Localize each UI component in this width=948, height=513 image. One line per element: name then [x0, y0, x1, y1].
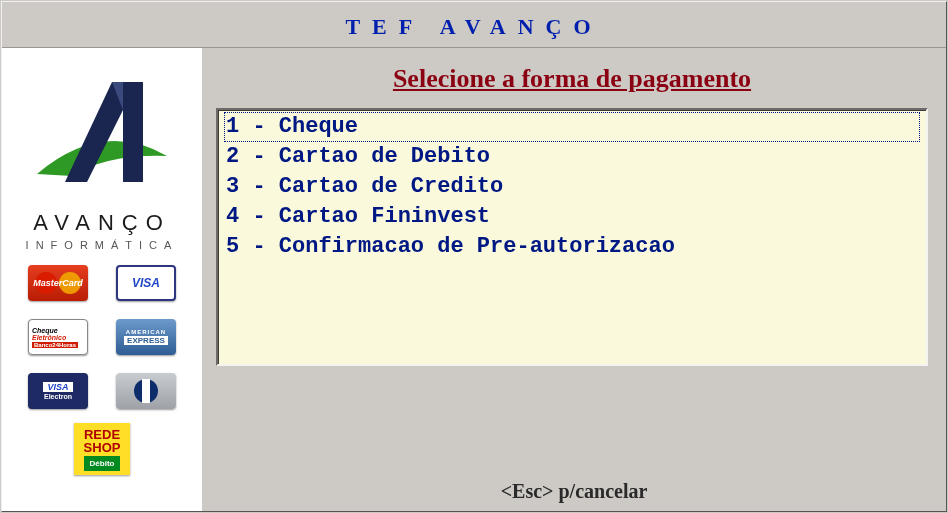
mastercard-icon: MasterCard	[28, 265, 88, 301]
cheque-eletronico-icon: Cheque Eletrônico Banco24Horas	[28, 319, 88, 355]
app-header: TEF AVANÇO	[2, 2, 946, 48]
redeshop-icon: REDE SHOP Débito	[74, 423, 130, 475]
diners-icon	[116, 373, 176, 409]
app-title: TEF AVANÇO	[345, 14, 602, 39]
brand-name: AVANÇO	[33, 210, 171, 236]
payment-option[interactable]: 2 - Cartao de Debito	[224, 142, 920, 172]
payment-option[interactable]: 3 - Cartao de Credito	[224, 172, 920, 202]
payment-method-list[interactable]: 1 - Cheque2 - Cartao de Debito3 - Cartao…	[216, 108, 928, 366]
payment-option[interactable]: 4 - Cartao Fininvest	[224, 202, 920, 232]
avanco-logo-icon	[17, 64, 187, 204]
payment-option[interactable]: 5 - Confirmacao de Pre-autorizacao	[224, 232, 920, 262]
footer-hint: <Esc> p/cancelar	[202, 480, 946, 503]
app-body: AVANÇO INFORMÁTICA MasterCard VISA Chequ…	[2, 48, 946, 511]
visa-icon: VISA	[116, 265, 176, 301]
redeshop-wrap: REDE SHOP Débito	[74, 423, 130, 475]
sidebar: AVANÇO INFORMÁTICA MasterCard VISA Chequ…	[2, 48, 202, 511]
card-brand-grid: MasterCard VISA Cheque Eletrônico Banco2…	[28, 265, 176, 409]
amex-icon: AMERICAN EXPRESS	[116, 319, 176, 355]
brand-subname: INFORMÁTICA	[26, 239, 179, 251]
page-title: Selecione a forma de pagamento	[216, 64, 928, 94]
app-window: TEF AVANÇO AVANÇO INFORMÁTICA MasterCard…	[1, 1, 947, 512]
visa-electron-icon: VISA Electron	[28, 373, 88, 409]
main-panel: Selecione a forma de pagamento 1 - Chequ…	[202, 48, 946, 511]
payment-option[interactable]: 1 - Cheque	[224, 112, 920, 142]
